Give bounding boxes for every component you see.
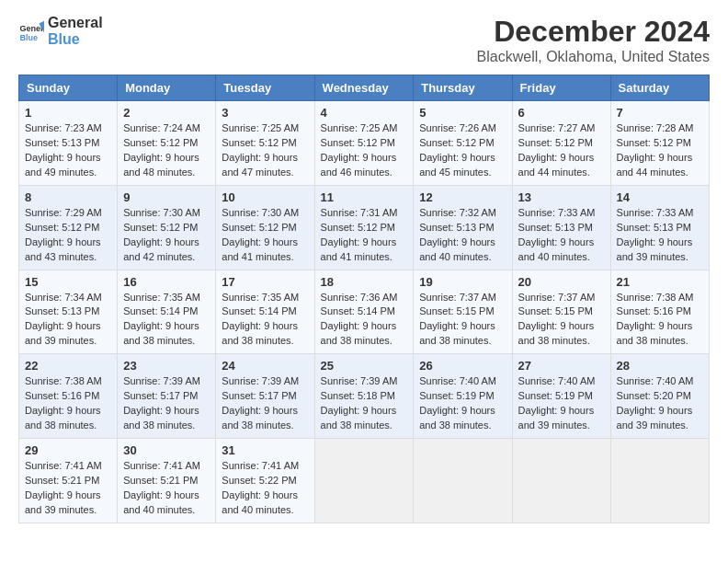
day-info: Sunrise: 7:39 AMSunset: 5:18 PMDaylight:… [321, 375, 398, 431]
day-number: 8 [25, 190, 111, 204]
day-info: Sunrise: 7:23 AMSunset: 5:13 PMDaylight:… [25, 122, 102, 178]
day-info: Sunrise: 7:30 AMSunset: 5:12 PMDaylight:… [222, 207, 299, 262]
day-number: 30 [123, 443, 210, 457]
calendar-cell: 19 Sunrise: 7:37 AMSunset: 5:15 PMDaylig… [414, 270, 512, 354]
day-info: Sunrise: 7:39 AMSunset: 5:17 PMDaylight:… [222, 375, 299, 431]
day-info: Sunrise: 7:32 AMSunset: 5:13 PMDaylight:… [419, 207, 496, 262]
day-info: Sunrise: 7:27 AMSunset: 5:12 PMDaylight:… [518, 122, 596, 178]
day-number: 14 [617, 190, 703, 204]
calendar-cell: 5 Sunrise: 7:26 AMSunset: 5:12 PMDayligh… [414, 101, 512, 186]
day-info: Sunrise: 7:38 AMSunset: 5:16 PMDaylight:… [25, 375, 102, 431]
col-header-tuesday: Tuesday [216, 75, 314, 101]
week-row-1: 1 Sunrise: 7:23 AMSunset: 5:13 PMDayligh… [19, 101, 710, 186]
header: General Blue General Blue December 2024 … [18, 15, 710, 65]
calendar-cell: 1 Sunrise: 7:23 AMSunset: 5:13 PMDayligh… [19, 101, 118, 186]
calendar-cell: 8 Sunrise: 7:29 AMSunset: 5:12 PMDayligh… [19, 185, 118, 270]
calendar-header-row: SundayMondayTuesdayWednesdayThursdayFrid… [19, 75, 710, 101]
calendar-cell: 28 Sunrise: 7:40 AMSunset: 5:20 PMDaylig… [610, 354, 709, 439]
day-number: 26 [419, 359, 506, 373]
title-area: December 2024 Blackwell, Oklahoma, Unite… [477, 15, 710, 65]
calendar-cell: 14 Sunrise: 7:33 AMSunset: 5:13 PMDaylig… [610, 185, 709, 270]
logo-blue-text: Blue [48, 31, 103, 48]
day-info: Sunrise: 7:30 AMSunset: 5:12 PMDaylight:… [123, 207, 200, 262]
day-info: Sunrise: 7:41 AMSunset: 5:22 PMDaylight:… [222, 460, 299, 515]
calendar-cell: 26 Sunrise: 7:40 AMSunset: 5:19 PMDaylig… [414, 354, 512, 439]
calendar-cell [512, 439, 610, 523]
calendar-cell: 7 Sunrise: 7:28 AMSunset: 5:12 PMDayligh… [610, 101, 709, 186]
calendar-cell: 4 Sunrise: 7:25 AMSunset: 5:12 PMDayligh… [314, 101, 414, 186]
calendar-table: SundayMondayTuesdayWednesdayThursdayFrid… [18, 75, 710, 523]
col-header-friday: Friday [512, 75, 610, 101]
calendar-cell: 30 Sunrise: 7:41 AMSunset: 5:21 PMDaylig… [118, 439, 216, 523]
week-row-2: 8 Sunrise: 7:29 AMSunset: 5:12 PMDayligh… [19, 185, 710, 270]
week-row-3: 15 Sunrise: 7:34 AMSunset: 5:13 PMDaylig… [19, 270, 710, 354]
day-info: Sunrise: 7:35 AMSunset: 5:14 PMDaylight:… [123, 292, 200, 347]
day-info: Sunrise: 7:24 AMSunset: 5:12 PMDaylight:… [123, 122, 200, 178]
day-info: Sunrise: 7:35 AMSunset: 5:14 PMDaylight:… [222, 292, 299, 347]
calendar-cell: 31 Sunrise: 7:41 AMSunset: 5:22 PMDaylig… [216, 439, 314, 523]
day-info: Sunrise: 7:38 AMSunset: 5:16 PMDaylight:… [617, 292, 694, 347]
calendar-cell: 20 Sunrise: 7:37 AMSunset: 5:15 PMDaylig… [512, 270, 610, 354]
day-number: 23 [123, 359, 210, 373]
day-info: Sunrise: 7:36 AMSunset: 5:14 PMDaylight:… [321, 292, 398, 347]
day-info: Sunrise: 7:40 AMSunset: 5:19 PMDaylight:… [518, 375, 596, 431]
day-info: Sunrise: 7:31 AMSunset: 5:12 PMDaylight:… [321, 207, 398, 262]
day-info: Sunrise: 7:37 AMSunset: 5:15 PMDaylight:… [419, 292, 496, 347]
col-header-saturday: Saturday [610, 75, 709, 101]
day-info: Sunrise: 7:25 AMSunset: 5:12 PMDaylight:… [321, 122, 398, 178]
day-number: 5 [419, 106, 506, 120]
calendar-cell: 3 Sunrise: 7:25 AMSunset: 5:12 PMDayligh… [216, 101, 314, 186]
calendar-cell: 25 Sunrise: 7:39 AMSunset: 5:18 PMDaylig… [314, 354, 414, 439]
svg-text:Blue: Blue [19, 32, 38, 41]
day-number: 16 [123, 275, 210, 289]
calendar-cell: 27 Sunrise: 7:40 AMSunset: 5:19 PMDaylig… [512, 354, 610, 439]
day-number: 27 [518, 359, 605, 373]
day-number: 24 [222, 359, 308, 373]
day-number: 18 [321, 275, 408, 289]
day-number: 11 [321, 190, 408, 204]
day-number: 15 [25, 275, 111, 289]
day-number: 9 [123, 190, 210, 204]
day-number: 28 [617, 359, 703, 373]
week-row-5: 29 Sunrise: 7:41 AMSunset: 5:21 PMDaylig… [19, 439, 710, 523]
logo-icon: General Blue [18, 18, 44, 44]
calendar-cell: 16 Sunrise: 7:35 AMSunset: 5:14 PMDaylig… [118, 270, 216, 354]
main-title: December 2024 [477, 15, 710, 49]
day-number: 7 [617, 106, 703, 120]
calendar-cell: 12 Sunrise: 7:32 AMSunset: 5:13 PMDaylig… [414, 185, 512, 270]
col-header-monday: Monday [118, 75, 216, 101]
day-info: Sunrise: 7:33 AMSunset: 5:13 PMDaylight:… [518, 207, 596, 262]
day-number: 21 [617, 275, 703, 289]
calendar-cell [314, 439, 414, 523]
day-info: Sunrise: 7:41 AMSunset: 5:21 PMDaylight:… [25, 460, 102, 515]
calendar-cell: 15 Sunrise: 7:34 AMSunset: 5:13 PMDaylig… [19, 270, 118, 354]
day-number: 25 [321, 359, 408, 373]
day-number: 31 [222, 443, 308, 457]
logo: General Blue General Blue [18, 15, 103, 47]
calendar-cell: 11 Sunrise: 7:31 AMSunset: 5:12 PMDaylig… [314, 185, 414, 270]
calendar-cell: 18 Sunrise: 7:36 AMSunset: 5:14 PMDaylig… [314, 270, 414, 354]
day-number: 10 [222, 190, 308, 204]
col-header-sunday: Sunday [19, 75, 118, 101]
day-info: Sunrise: 7:33 AMSunset: 5:13 PMDaylight:… [617, 207, 694, 262]
col-header-thursday: Thursday [414, 75, 512, 101]
subtitle: Blackwell, Oklahoma, United States [477, 49, 710, 65]
day-number: 6 [518, 106, 605, 120]
day-number: 2 [123, 106, 210, 120]
day-number: 19 [419, 275, 506, 289]
week-row-4: 22 Sunrise: 7:38 AMSunset: 5:16 PMDaylig… [19, 354, 710, 439]
calendar-cell: 22 Sunrise: 7:38 AMSunset: 5:16 PMDaylig… [19, 354, 118, 439]
day-number: 3 [222, 106, 308, 120]
day-number: 22 [25, 359, 111, 373]
day-info: Sunrise: 7:40 AMSunset: 5:19 PMDaylight:… [419, 375, 496, 431]
day-number: 12 [419, 190, 506, 204]
day-number: 29 [25, 443, 111, 457]
calendar-cell: 29 Sunrise: 7:41 AMSunset: 5:21 PMDaylig… [19, 439, 118, 523]
col-header-wednesday: Wednesday [314, 75, 414, 101]
day-info: Sunrise: 7:25 AMSunset: 5:12 PMDaylight:… [222, 122, 299, 178]
day-number: 13 [518, 190, 605, 204]
day-info: Sunrise: 7:41 AMSunset: 5:21 PMDaylight:… [123, 460, 200, 515]
calendar-cell: 21 Sunrise: 7:38 AMSunset: 5:16 PMDaylig… [610, 270, 709, 354]
day-number: 1 [25, 106, 111, 120]
calendar-cell: 13 Sunrise: 7:33 AMSunset: 5:13 PMDaylig… [512, 185, 610, 270]
